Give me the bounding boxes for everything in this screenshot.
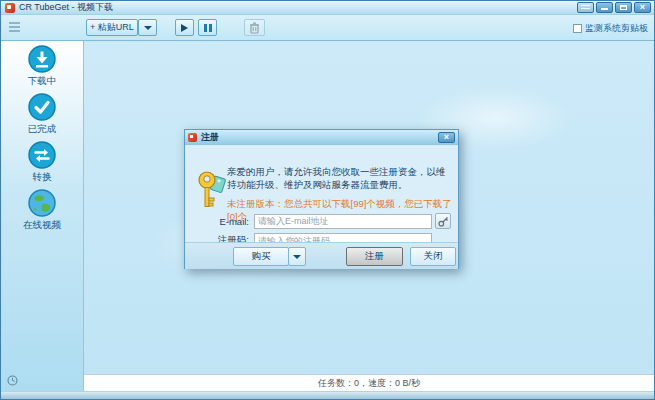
delete-task-button[interactable] xyxy=(244,19,265,36)
key-icon xyxy=(197,169,227,211)
sidebar-item-label: 转换 xyxy=(33,171,52,184)
window-title: CR TubeGet - 视频下载 xyxy=(19,1,113,14)
grip-icon[interactable] xyxy=(9,22,20,34)
monitor-clipboard-checkbox[interactable] xyxy=(573,24,582,33)
sidebar: 下载中 已完成 转换 xyxy=(1,41,84,391)
chevron-down-icon xyxy=(144,26,152,30)
menu-icon xyxy=(581,5,590,11)
sidebar-item-label: 下载中 xyxy=(28,75,57,88)
monitor-clipboard-label: 监测系统剪贴板 xyxy=(585,22,648,35)
window-controls: × xyxy=(577,2,651,13)
paste-url-label: + 粘贴URL xyxy=(90,21,134,34)
window-frame-bottom xyxy=(1,391,654,399)
dialog-titlebar: 注册 × xyxy=(185,130,458,145)
small-key-icon xyxy=(438,216,449,227)
sidebar-item-online-video[interactable]: 在线视频 xyxy=(1,187,83,233)
online-video-globe-icon xyxy=(28,189,56,217)
download-icon xyxy=(28,45,56,73)
sidebar-item-convert[interactable]: 转换 xyxy=(1,139,83,185)
dialog-close-button[interactable]: × xyxy=(438,132,455,143)
paste-url-button[interactable]: + 粘贴URL xyxy=(86,19,138,36)
maximize-button[interactable] xyxy=(615,2,632,13)
dialog-button-bar: 购买 注册 关闭 xyxy=(185,242,458,269)
email-field[interactable] xyxy=(254,214,432,229)
sidebar-item-completed[interactable]: 已完成 xyxy=(1,91,83,137)
email-row: E-mail: xyxy=(185,213,458,229)
register-button[interactable]: 注册 xyxy=(346,247,403,266)
trash-icon xyxy=(249,22,260,34)
buy-button-label: 购买 xyxy=(252,250,271,263)
play-icon xyxy=(181,24,188,32)
sidebar-item-label: 在线视频 xyxy=(23,219,61,232)
dialog-message: 亲爱的用户，请允许我向您收取一些注册资金，以维持功能升级、维护及网站服务器流量费… xyxy=(227,166,453,191)
dialog-body: 亲爱的用户，请允许我向您收取一些注册资金，以维持功能升级、维护及网站服务器流量费… xyxy=(185,145,458,269)
minimize-icon xyxy=(601,8,608,10)
convert-icon xyxy=(28,141,56,169)
sidebar-item-label: 已完成 xyxy=(28,123,57,136)
close-button[interactable]: × xyxy=(634,2,651,13)
completed-check-icon xyxy=(28,93,56,121)
toolbar: + 粘贴URL 监测系统剪贴板 xyxy=(1,15,654,41)
statusbar: 任务数：0，速度：0 B/秒 xyxy=(84,374,654,391)
dialog-app-icon xyxy=(188,133,197,142)
clock-icon[interactable] xyxy=(7,375,18,386)
register-dialog: 注册 × 亲爱的用户，请允许我向您收取一些注册资金，以维持功能升级、维护及网站服… xyxy=(184,129,459,269)
email-label: E-mail: xyxy=(185,216,249,227)
status-text: 任务数：0，速度：0 B/秒 xyxy=(318,377,420,390)
close-button-label: 关闭 xyxy=(424,250,443,263)
start-download-button[interactable] xyxy=(175,19,194,36)
app-window: CR TubeGet - 视频下载 × + 粘贴URL xyxy=(0,0,655,400)
minimize-button[interactable] xyxy=(596,2,613,13)
menu-button[interactable] xyxy=(577,2,594,13)
close-icon: × xyxy=(444,133,449,142)
buy-button[interactable]: 购买 xyxy=(233,247,289,266)
dialog-title: 注册 xyxy=(201,131,219,144)
sidebar-item-downloading[interactable]: 下载中 xyxy=(1,43,83,89)
license-key-button[interactable] xyxy=(435,213,451,229)
pause-icon xyxy=(204,24,212,32)
pause-download-button[interactable] xyxy=(198,19,217,36)
paste-url-dropdown[interactable] xyxy=(138,19,157,36)
dialog-close-action-button[interactable]: 关闭 xyxy=(410,247,456,266)
buy-dropdown-button[interactable] xyxy=(288,247,306,266)
chevron-down-icon xyxy=(293,255,301,259)
monitor-clipboard-option: 监测系统剪贴板 xyxy=(573,22,648,35)
register-button-label: 注册 xyxy=(365,250,384,263)
titlebar: CR TubeGet - 视频下载 × xyxy=(1,1,654,15)
close-icon: × xyxy=(640,3,645,12)
app-icon xyxy=(5,3,15,13)
maximize-icon xyxy=(620,5,627,10)
